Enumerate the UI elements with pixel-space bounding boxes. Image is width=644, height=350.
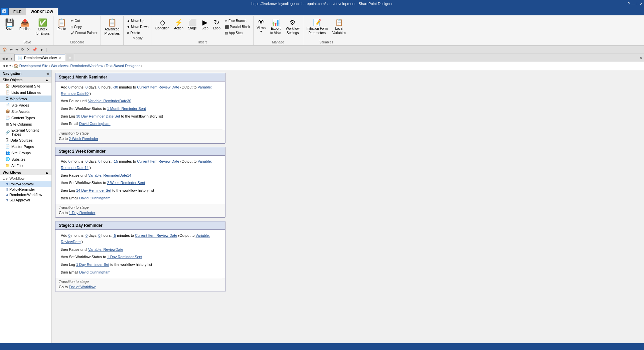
sidebar-item-subsites[interactable]: 🌐 Subsites	[0, 156, 51, 162]
s3-log-val[interactable]: 1 Day Reminder Set	[76, 262, 109, 267]
views-btn[interactable]: 👁 Views ▼	[255, 17, 268, 35]
tab-nav-prev[interactable]: ◀	[1, 56, 5, 61]
condition-btn[interactable]: ◇ Condition	[153, 17, 171, 32]
sidebar-item-site-columns[interactable]: ▦ Site Columns	[0, 121, 51, 127]
local-variables-btn[interactable]: 📋 Local Variables	[330, 17, 348, 37]
s1-output-var[interactable]: Variable: ReminderDate30	[61, 85, 212, 96]
breadcrumb-designer[interactable]: Text-Based Designer	[106, 64, 140, 68]
step-btn[interactable]: ▶ Step	[199, 17, 210, 32]
s3-status-val[interactable]: 1 Day Reminder Sent	[107, 255, 142, 259]
s1-log-val[interactable]: 30 Day Reminder Date Set	[76, 114, 120, 118]
tab-nav-down[interactable]: ▾	[9, 56, 14, 61]
qa-stop-btn[interactable]: ✕	[26, 47, 31, 52]
sidebar-workflow-policy-reminder[interactable]: ⚙ PolicyReminder	[0, 187, 51, 192]
s2-output-var[interactable]: Variable: ReminderDate14	[61, 159, 212, 170]
sidebar-item-lists[interactable]: 📋 Lists and Libraries	[0, 89, 51, 96]
s2-days-val[interactable]: 0	[86, 159, 88, 163]
new-tab-btn[interactable]: +	[66, 54, 74, 61]
s3-email-val[interactable]: David Cunningham	[79, 270, 111, 274]
sidebar-item-master-pages[interactable]: 📄 Master Pages	[0, 143, 51, 150]
s1-pause-var[interactable]: Variable: ReminderDate30	[88, 99, 131, 103]
breadcrumb-dropdown[interactable]: ▾	[9, 64, 11, 67]
s3-months-val[interactable]: 0	[68, 233, 70, 237]
export-visio-btn[interactable]: 📊 Export to Visio	[268, 17, 283, 37]
close-tab-btn[interactable]: ✕	[59, 56, 61, 60]
s3-minutes-val[interactable]: -5	[113, 233, 116, 237]
s2-status-val[interactable]: 2 Week Reminder Sent	[107, 181, 145, 185]
qa-file-icon[interactable]: 🏠	[1, 47, 8, 52]
else-branch-btn[interactable]: ◇ Else Branch	[223, 18, 252, 24]
workflow-settings-btn[interactable]: ⚙ Workflow Settings	[284, 17, 302, 37]
breadcrumb-reminders[interactable]: RemindersWorkflow	[70, 64, 103, 68]
loop-btn[interactable]: ↻ Loop	[211, 17, 222, 32]
sidebar-workflow-reminders[interactable]: ⚙ RemindersWorkflow	[0, 192, 51, 197]
s3-review-date[interactable]: Current Item:Review Date	[135, 233, 177, 237]
s2-months-val[interactable]: 0	[68, 159, 70, 163]
s2-email-val[interactable]: David Cunningham	[79, 196, 111, 200]
sidebar-item-site-pages[interactable]: 📄 Site Pages	[0, 102, 51, 108]
s1-status-val[interactable]: 1 Month Reminder Sent	[107, 107, 146, 111]
close-btn[interactable]: ✕	[640, 2, 643, 6]
publish-btn[interactable]: 📤 Publish	[17, 17, 33, 32]
advanced-properties-btn[interactable]: 📋 Advanced Properties	[102, 17, 122, 37]
help-btn[interactable]: ?	[628, 2, 630, 6]
reminders-workflow-tab[interactable]: 📄 RemindersWorkflow ✕	[14, 54, 65, 61]
workflows-section-header[interactable]: Workflows ▲	[0, 169, 51, 175]
s1-hours-val[interactable]: 0	[99, 85, 101, 89]
s3-days-val[interactable]: 0	[86, 233, 88, 237]
breadcrumb-dev-site[interactable]: Development Site	[19, 64, 48, 68]
app-step-btn[interactable]: ▤ App Step	[223, 30, 252, 36]
s3-hours-val[interactable]: 0	[99, 233, 101, 237]
s2-minutes-val[interactable]: -15	[113, 159, 118, 163]
navigation-collapse-btn[interactable]: ◀	[46, 72, 49, 75]
s1-email-val[interactable]: David Cunningham	[79, 122, 111, 126]
s1-days-val[interactable]: 0	[86, 85, 88, 89]
s1-review-date[interactable]: Current Item:Review Date	[137, 85, 179, 89]
format-painter-btn[interactable]: 🖌 Format Painter	[69, 30, 99, 36]
minimize-btn[interactable]: —	[631, 2, 635, 6]
workflow-tab[interactable]: WORKFLOW	[26, 8, 58, 15]
move-up-btn[interactable]: ▲ Move Up	[125, 18, 150, 24]
qa-pin-btn[interactable]: 📌	[31, 47, 38, 52]
maximize-btn[interactable]: □	[636, 2, 638, 6]
sidebar-item-content-types[interactable]: 📑 Content Types	[0, 115, 51, 121]
move-down-btn[interactable]: ▼ Move Down	[125, 24, 150, 30]
initiation-form-btn[interactable]: 📝 Initiation Form Parameters	[305, 17, 330, 37]
sidebar-workflow-policy-approval[interactable]: ⚙ PolicyApproval	[0, 181, 51, 187]
tab-nav-next[interactable]: ▶	[5, 56, 9, 61]
stage-btn[interactable]: ⬜ Stage	[186, 17, 199, 32]
save-btn[interactable]: 💾 Save	[3, 17, 16, 32]
sidebar-item-workflows[interactable]: ⚙ Workflows	[0, 96, 51, 102]
sidebar-item-all-files[interactable]: 📁 All Files	[0, 162, 51, 169]
s1-goto-val[interactable]: 2 Week Reminder	[69, 137, 98, 141]
close-panel-btn[interactable]: ✕	[640, 56, 643, 60]
sidebar-workflow-slt[interactable]: ⚙ SLTApproval	[0, 197, 51, 203]
s2-log-val[interactable]: 14 Day Reminder Set	[76, 188, 111, 192]
s1-minutes-val[interactable]: -30	[113, 85, 118, 89]
breadcrumb-forward[interactable]: ▶	[6, 64, 9, 67]
qa-more-btn[interactable]: ▼	[39, 47, 44, 52]
s2-hours-val[interactable]: 0	[99, 159, 101, 163]
action-btn[interactable]: ⚡ Action	[172, 17, 185, 32]
breadcrumb-workflows[interactable]: Workflows	[51, 64, 68, 68]
site-objects-header[interactable]: Site Objects ▲	[0, 77, 51, 83]
s1-months-val[interactable]: 0	[68, 85, 70, 89]
s3-goto-val[interactable]: End of Workflow	[69, 285, 96, 289]
s2-review-date[interactable]: Current Item:Review Date	[137, 159, 179, 163]
breadcrumb-back[interactable]: ◀	[3, 64, 5, 67]
sidebar-item-external-content[interactable]: 🔗 External Content Types	[0, 127, 51, 137]
sidebar-item-data-sources[interactable]: 🗄 Data Sources	[0, 137, 51, 143]
qa-refresh-btn[interactable]: ⟳	[20, 47, 25, 52]
sidebar-item-site-groups[interactable]: 👥 Site Groups	[0, 150, 51, 156]
qa-undo-btn[interactable]: ↩	[9, 47, 14, 52]
sidebar-item-dev-site[interactable]: 🏠 Development Site	[0, 83, 51, 89]
copy-btn[interactable]: ⎘ Copy	[69, 24, 99, 30]
cut-btn[interactable]: ✂ Cut	[69, 18, 99, 24]
qa-redo-btn[interactable]: ↪	[14, 47, 19, 52]
parallel-block-btn[interactable]: ⬛ Parallel Block	[223, 24, 252, 30]
s2-pause-var[interactable]: Variable: ReminderDate14	[88, 173, 131, 177]
s2-goto-val[interactable]: 1 Day Reminder	[69, 211, 95, 215]
check-errors-btn[interactable]: ✅ Check for Errors	[33, 17, 52, 37]
file-tab[interactable]: FILE	[9, 8, 26, 15]
s3-pause-var[interactable]: Variable: ReviewDate	[88, 247, 123, 251]
